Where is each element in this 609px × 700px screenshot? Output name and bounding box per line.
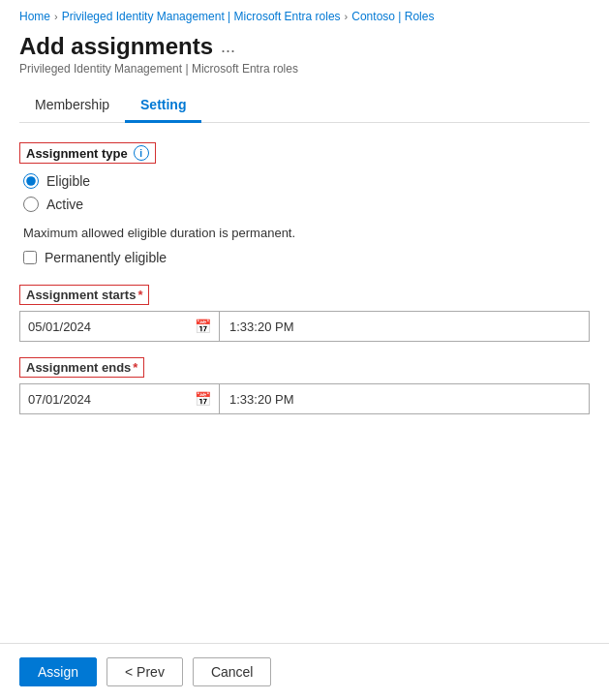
assignment-starts-inputs: 📅 [19,311,590,342]
assignment-ends-calendar-icon[interactable]: 📅 [195,391,211,407]
assignment-ends-group: Assignment ends * 📅 [19,357,590,414]
breadcrumb-sep-1: › [54,11,58,22]
radio-eligible-input[interactable] [23,173,39,189]
permanently-eligible-label: Permanently eligible [45,250,167,265]
radio-active[interactable]: Active [23,197,590,212]
assignment-starts-date-wrap: 📅 [19,311,220,342]
breadcrumb-home[interactable]: Home [19,10,50,23]
assignment-starts-calendar-icon[interactable]: 📅 [195,319,211,334]
assignment-starts-label: Assignment starts * [19,285,149,305]
assignment-ends-time-wrap [220,383,590,414]
page-title-text: Add assignments [19,33,213,60]
assignment-type-label: Assignment type i [19,142,156,164]
eligible-info-text: Maximum allowed eligible duration is per… [19,226,590,240]
breadcrumb: Home › Privileged Identity Management | … [0,0,609,29]
tabs-bar: Membership Setting [19,89,590,123]
assignment-ends-required: * [133,360,137,375]
breadcrumb-contoso[interactable]: Contoso | Roles [351,10,434,23]
assignment-type-text: Assignment type [26,146,128,161]
tab-setting[interactable]: Setting [125,89,201,123]
permanently-eligible-checkbox-wrap: Permanently eligible [19,250,590,265]
radio-active-label: Active [46,197,83,212]
assignment-starts-group: Assignment starts * 📅 [19,285,590,342]
assignment-ends-label-text: Assignment ends [26,360,131,375]
page-title: Add assignments ... [19,33,590,60]
assignment-ends-inputs: 📅 [19,383,590,414]
page-title-ellipsis[interactable]: ... [221,37,235,57]
page-subtitle: Privileged Identity Management | Microso… [19,62,590,76]
assignment-ends-date-input[interactable] [28,392,191,407]
assignment-ends-date-wrap: 📅 [19,383,220,414]
permanently-eligible-checkbox[interactable] [23,251,37,264]
assignment-starts-label-text: Assignment starts [26,288,136,302]
tab-membership[interactable]: Membership [19,89,125,123]
assignment-ends-label: Assignment ends * [19,357,144,378]
assignment-ends-time-input[interactable] [229,392,579,407]
prev-button[interactable]: < Prev [107,657,183,686]
breadcrumb-sep-2: › [345,11,349,22]
assignment-starts-time-wrap [220,311,590,342]
assignment-starts-date-input[interactable] [28,320,191,334]
radio-eligible[interactable]: Eligible [23,173,590,189]
radio-active-input[interactable] [23,197,39,212]
assignment-starts-required: * [137,288,142,302]
footer: Assign < Prev Cancel [0,643,609,700]
assign-button[interactable]: Assign [19,657,97,686]
settings-content: Assignment type i Eligible Active Maximu… [0,123,609,643]
assignment-type-radio-group: Eligible Active [19,173,590,212]
radio-eligible-label: Eligible [46,173,90,189]
assignment-starts-time-input[interactable] [229,320,579,334]
cancel-button[interactable]: Cancel [193,657,272,686]
assignment-type-info-icon[interactable]: i [134,145,149,161]
breadcrumb-pim[interactable]: Privileged Identity Management | Microso… [62,10,341,23]
page-header: Add assignments ... Privileged Identity … [0,29,609,77]
